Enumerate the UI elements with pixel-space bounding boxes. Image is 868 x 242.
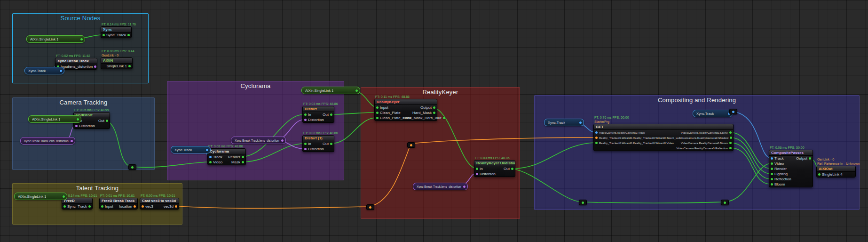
port-label: Output [420,105,432,110]
node-distort[interactable]: FT: 0.03 ms FPS: 48.86DistortInOutDistor… [302,106,334,123]
port-label: AiXin.SingleLink 1 [18,194,46,199]
green-port-dot[interactable] [304,113,307,116]
reference-pill-src-aixin-singlelink[interactable]: AiXin.SingleLink 1 [26,35,85,43]
green-port-dot[interactable] [330,113,332,116]
reroute-keyer-reroute-bottom[interactable] [366,204,374,210]
orange-port-dot[interactable] [142,205,144,208]
green-port-dot[interactable] [724,202,726,204]
reference-pill-talent-aixin-singlelink[interactable]: AiXin.SingleLink 1 [14,193,67,200]
reference-pill-cam-aixin-singlelink[interactable]: AiXin.SingleLink 1 [28,115,81,123]
node-freed-break-track[interactable]: FT: 0.01 ms FPS: 10.61FreeD Break TrackI… [99,198,138,210]
node-xync[interactable]: FT: 0.14 ms FPS: 11.76XyncSyncTrack [101,26,132,38]
purple-port-dot[interactable] [281,139,284,142]
node-freed[interactable]: FT: 0.14 ms FPS: 10.61FreeDSyncTrack [62,198,93,210]
green-port-dot[interactable] [376,106,379,109]
blue-port-dot[interactable] [771,157,773,160]
blue-port-dot[interactable] [209,156,212,158]
green-port-dot[interactable] [304,143,307,145]
green-port-dot[interactable] [376,112,379,114]
node-realitykeyer-undistort[interactable]: FT: 0.03 ms FPS: 48.86RealityKeyer Undis… [474,160,515,177]
blue-port-dot[interactable] [60,70,62,72]
purple-port-dot[interactable] [71,140,73,142]
green-port-dot[interactable] [101,205,103,208]
purple-port-dot[interactable] [476,173,478,175]
green-port-dot[interactable] [330,143,332,145]
green-port-dot[interactable] [771,168,773,170]
node-cast-vec3-to-vec3d[interactable]: FT: 0.00 ms FPS: 10.61Cast vec3 to vec3d… [140,198,179,210]
reroute-comp-reroute-green-a[interactable] [579,200,587,205]
green-port-dot[interactable] [209,161,212,163]
green-port-dot[interactable] [729,147,732,149]
green-port-dot[interactable] [103,34,105,36]
port-label: VideoCamera.RealityCamera0.Reflection [676,147,728,150]
reroute-comp-reroute-blue[interactable] [729,109,737,114]
reference-pill-cyc-lens-distortion[interactable]: Xync Break Track.lens_distortion [231,137,286,144]
green-port-dot[interactable] [433,112,435,114]
port-label: VideoCamera.RealityCamera0.Track [599,131,645,134]
green-port-dot[interactable] [127,34,130,36]
reroute-comp-reroute-green-b[interactable] [721,200,729,205]
blue-port-dot[interactable] [579,121,582,124]
green-port-dot[interactable] [63,195,65,198]
purple-port-dot[interactable] [75,125,78,127]
green-port-dot[interactable] [511,168,513,170]
node-distort-1[interactable]: FT: 0.02 ms FPS: 48.86Distort (1)InOutDi… [302,135,334,152]
orange-port-dot[interactable] [134,205,136,208]
purple-port-dot[interactable] [304,148,307,150]
reference-pill-comp-xync-track-2[interactable]: Xync.Track [693,110,733,117]
green-port-dot[interactable] [771,173,773,175]
orange-port-dot[interactable] [369,206,371,209]
node-title: Cyclorama [208,149,245,154]
green-port-dot[interactable] [595,142,598,144]
green-port-dot[interactable] [582,202,584,204]
node-compositepasses[interactable]: FT: 0.06 ms FPS: 50.00CompositePassesTra… [769,150,813,187]
green-port-dot[interactable] [63,205,66,208]
green-port-dot[interactable] [771,183,773,186]
green-port-dot[interactable] [242,161,244,163]
reference-pill-cyc-aixin-singlelink[interactable]: AiXin.SingleLink 1 [301,87,360,94]
orange-port-dot[interactable] [410,144,412,146]
reference-pill-comp-xync-track-1[interactable]: Xync.Track [544,119,584,126]
green-port-dot[interactable] [242,156,244,158]
green-port-dot[interactable] [131,166,134,169]
green-port-dot[interactable] [88,205,91,208]
green-port-dot[interactable] [433,106,435,109]
node-graph-canvas[interactable]: Source Nodes Camera Tracking Talent Trac… [0,0,868,242]
node-realitykeyer[interactable]: FT: 0.11 ms FPS: 48.86RealityKeyerInputO… [374,99,437,121]
node-cyclorama[interactable]: FT: 0.08 ms FPS: 48.86CycloramaTrackRend… [207,148,246,165]
purple-port-dot[interactable] [304,119,307,121]
green-port-dot[interactable] [77,118,79,121]
blue-port-dot[interactable] [732,111,734,113]
orange-port-dot[interactable] [595,137,598,139]
reference-pill-keyer-lens-distortion[interactable]: Xync Break Track.lens_distortion [413,183,468,190]
reference-pill-src-xync-track[interactable]: Xync.Track [24,67,64,74]
blue-port-dot[interactable] [206,149,208,151]
reference-pill-cyc-xync-track[interactable]: Xync.Track [171,146,211,153]
green-port-dot[interactable] [106,120,108,122]
port-label: Track [774,156,784,161]
reroute-camera-reroute[interactable] [128,164,136,170]
green-port-dot[interactable] [443,117,445,119]
green-port-dot[interactable] [729,131,732,134]
green-port-dot[interactable] [818,173,821,176]
purple-port-dot[interactable] [94,65,96,68]
green-port-dot[interactable] [729,142,732,144]
green-port-dot[interactable] [771,178,773,180]
blue-port-dot[interactable] [595,131,598,134]
green-port-dot[interactable] [476,168,478,170]
reference-pill-cam-lens-distortion[interactable]: Xync Break Track.lens_distortion [20,137,75,145]
green-port-dot[interactable] [771,162,773,165]
purple-port-dot[interactable] [463,186,466,188]
port-label: Xync Break Track.lens_distortion [417,185,461,188]
node-get[interactable]: FT: 0.76 ms FPS: 50.00StarterPrgGETVideo… [593,124,734,151]
green-port-dot[interactable] [128,65,131,67]
node-aixin[interactable]: FT: 0.00 ms FPS: 0.44GenLink - 0AiXiNSin… [101,57,133,69]
green-port-dot[interactable] [355,89,358,92]
green-port-dot[interactable] [80,38,83,40]
node-aixiout[interactable]: GenLink - 0Ref: Reference In - UnknownAi… [816,166,856,177]
green-port-dot[interactable] [730,137,732,139]
orange-port-dot[interactable] [175,205,177,208]
green-port-dot[interactable] [376,117,379,119]
reroute-keyer-reroute-mid[interactable] [407,142,415,148]
green-port-dot[interactable] [809,157,811,160]
